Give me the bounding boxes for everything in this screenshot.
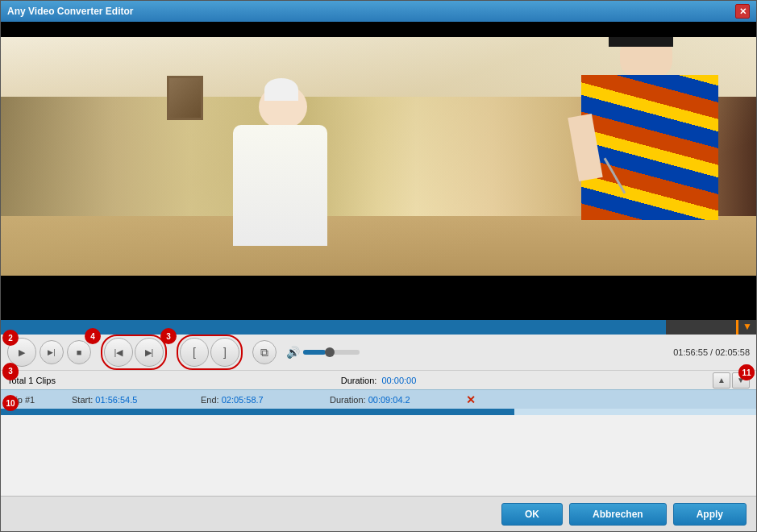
duration-section: Duration: 00:00:00 — [341, 376, 417, 385]
video-preview-area: 5 4 7 6 — [1, 22, 756, 320]
title-bar: Any Video Converter Editor ✕ — [1, 1, 756, 22]
wall-painting — [167, 76, 203, 120]
copy-button[interactable]: ⧉ — [252, 340, 277, 364]
annotation-2: 2 — [2, 330, 19, 346]
col-duration: Duration: 00:09:04.2 — [330, 395, 459, 405]
close-button[interactable]: ✕ — [735, 4, 750, 19]
col-end: End: 02:05:58.7 — [201, 395, 330, 405]
filter-icon: ▼ — [742, 321, 752, 332]
pope-cap — [264, 78, 298, 101]
timeline-bar[interactable]: ▼ 5 9 — [1, 320, 756, 335]
mark-start-button[interactable]: [ — [180, 338, 209, 367]
annotation-10: 10 — [2, 395, 19, 411]
stop-button[interactable]: ■ — [67, 340, 91, 364]
clips-info-bar: Total 1 Clips 3 Duration: 00:00:00 11 ▲ … — [1, 370, 756, 389]
volume-knob[interactable] — [325, 347, 335, 357]
col-start: Start: 01:56:54.5 — [72, 395, 201, 405]
annotation-3-ctrl: 3 — [160, 328, 177, 344]
time-display: 01:56:55 / 02:05:58 — [673, 347, 750, 357]
empty-clip-area — [1, 415, 756, 496]
pope-robe — [233, 125, 327, 246]
clip-list-header: Clip #1 Start: 01:56:54.5 End: 02:05:58.… — [1, 389, 756, 409]
mark-end-button[interactable]: ] — [210, 338, 239, 367]
annotation-4-ctrl: 4 — [85, 328, 101, 344]
clip-progress-fill — [1, 409, 514, 415]
up-down-buttons: 11 ▲ ▼ — [713, 372, 750, 389]
move-up-button[interactable]: ▲ — [713, 372, 730, 389]
prev-clip-button[interactable]: |◀ — [104, 338, 133, 367]
clip-progress-bar-container — [1, 409, 756, 415]
volume-slider[interactable] — [303, 350, 360, 355]
video-letterbox-top — [1, 22, 756, 37]
video-scene — [1, 22, 756, 320]
playback-controls-row: 1 ▶ ▶| ■ 4 |◀ ▶| 3 [ ] ⧉ — [1, 335, 756, 370]
next-clip-button[interactable]: ▶| — [135, 338, 164, 367]
pope-figure — [227, 85, 332, 246]
clip-list-section: Clip #1 Start: 01:56:54.5 End: 02:05:58.… — [1, 389, 756, 415]
ok-button[interactable]: OK — [501, 503, 563, 526]
volume-fill — [303, 350, 326, 355]
timeline-played — [1, 320, 666, 335]
guard-uniform — [581, 75, 718, 220]
duration-label: Duration: — [341, 376, 377, 385]
volume-icon[interactable]: 🔊 — [286, 346, 300, 359]
window-title: Any Video Converter Editor — [7, 6, 133, 17]
volume-control: 🔊 — [286, 346, 360, 359]
annotation-11: 11 — [738, 364, 755, 380]
video-letterbox-bottom — [1, 276, 756, 321]
controls-section: 2 ▼ 5 9 1 ▶ ▶| ■ 4 | — [1, 320, 756, 389]
duration-value: 00:00:00 — [381, 376, 416, 385]
play-frame-button[interactable]: ▶| — [40, 340, 64, 364]
apply-button[interactable]: Apply — [673, 503, 747, 526]
swiss-guard-figure — [581, 35, 718, 260]
mark-group: 3 [ ] — [177, 335, 243, 370]
col-delete[interactable]: ✕ — [459, 393, 483, 406]
timeline-position-marker — [736, 320, 738, 335]
annotation-3-info: 3 — [2, 363, 19, 379]
dialog-buttons-bar: OK Abbrechen Apply — [1, 496, 756, 531]
prev-next-group: 4 |◀ ▶| — [101, 335, 167, 370]
cancel-button[interactable]: Abbrechen — [569, 503, 667, 526]
main-window: Any Video Converter Editor ✕ — [0, 0, 757, 532]
